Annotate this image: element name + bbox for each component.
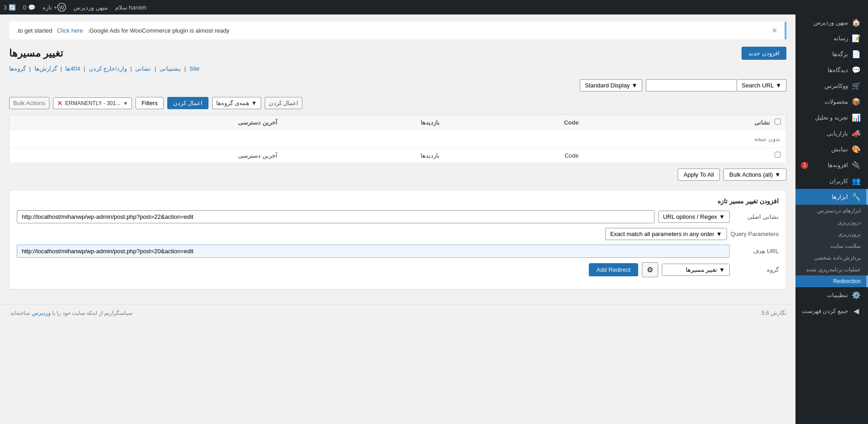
breadcrumb-options[interactable]: نشانی xyxy=(135,65,151,72)
sidebar-item-products[interactable]: 📦 محصولات xyxy=(795,94,868,110)
sidebar-item-import[interactable]: درون‌ریزی xyxy=(795,217,868,228)
products-icon: 📦 xyxy=(852,97,861,106)
target-url-label: URL هدف xyxy=(733,248,779,255)
notice-close-button[interactable]: ✕ xyxy=(771,26,777,35)
breadcrumb: پشتیبانی | نشانی | وارد/خارج کردن | 404ه… xyxy=(9,65,786,72)
query-params-label: Query Parameters xyxy=(731,231,779,237)
users-icon: 👥 xyxy=(852,177,861,185)
url-options-dropdown-button[interactable]: ▼ URL options / Regex xyxy=(658,211,730,223)
sidebar-item-users[interactable]: 👥 کاربران xyxy=(795,173,868,189)
bulk-actions-all-button[interactable]: ▼ Bulk Actions (all) xyxy=(723,169,786,181)
footer-wp-link[interactable]: وردپرس xyxy=(32,310,51,316)
filters-button[interactable]: Filters xyxy=(136,97,163,109)
filter-tag-text: ...ERMANENTLY - 301 xyxy=(65,100,121,106)
active-filter-tag: ▼ ...ERMANENTLY - 301 ✕ xyxy=(53,97,132,109)
marketing-icon: 📣 xyxy=(852,129,861,138)
chevron-down-icon-7: ▼ xyxy=(719,266,725,273)
no-result-text: بدون نتیجه xyxy=(10,130,786,148)
bulk-actions-dropdown[interactable]: Bulk Actions xyxy=(9,97,49,109)
breadcrumb-support[interactable]: پشتیبانی xyxy=(160,65,181,72)
sidebar-item-available-tools[interactable]: ابزارهای دردسترس xyxy=(795,205,868,217)
breadcrumb-site[interactable]: Site xyxy=(189,65,199,72)
search-url-dropdown-button[interactable]: ▼ Search URL xyxy=(737,79,786,92)
apply-btn[interactable]: اعمال کردن xyxy=(167,97,209,109)
svg-text:W: W xyxy=(59,5,64,11)
sidebar-item-analytics[interactable]: 📊 تجزیه و تحلیل xyxy=(795,110,868,125)
adminbar-new[interactable]: + تازه xyxy=(43,4,57,11)
query-params-dropdown-button[interactable]: ▼ Exact match all parameters in any orde… xyxy=(605,228,727,240)
apply-filters-button[interactable]: اعمال کردن xyxy=(265,97,303,109)
gear-settings-button[interactable]: ⚙ xyxy=(642,262,658,277)
row-checkbox[interactable] xyxy=(775,152,781,158)
source-url-row: نشانی اصلی ▼ URL options / Regex xyxy=(17,210,779,223)
sidebar-item-collapse[interactable]: ◀ جمع کردن فهرست xyxy=(795,303,868,319)
notice-link[interactable]: Click here xyxy=(57,27,83,34)
group-dropdown-button[interactable]: ▼ تغییر مسیرها xyxy=(662,264,730,276)
notice-suffix: to get started. xyxy=(16,27,53,34)
search-url-input[interactable] xyxy=(646,79,737,92)
sidebar-item-tools[interactable]: 🔧 ابزارها xyxy=(795,189,868,205)
chevron-down-icon: ▼ xyxy=(776,82,781,89)
admin-menu: 🏠 میهن وردپرس 📝 رسانه 📄 برگه‌ها 💬 دیدگاه… xyxy=(795,14,868,424)
add-new-button[interactable]: افزودن جدید xyxy=(742,47,786,60)
breadcrumb-groups[interactable]: گروه‌ها xyxy=(9,65,26,72)
admin-bar: hanieh سلام میهن وردپرس W + تازه 💬 0 🔄 3 xyxy=(0,0,868,14)
row-code: Code xyxy=(445,148,584,163)
plugins-icon: 🔌 xyxy=(852,161,861,169)
footer-version: نگارش 5.6 xyxy=(761,310,786,316)
breadcrumb-reports[interactable]: گزارش‌ها xyxy=(34,65,57,72)
notice-text: Google Ads for WooCommerce plugin is alm… xyxy=(87,27,229,34)
sidebar-item-redirection[interactable]: Redirection xyxy=(795,275,868,287)
row-visits: بازدیدها xyxy=(283,148,445,163)
redirects-table: نشانی Code بازدیدها آخرین دسترسی بدون نت… xyxy=(9,115,786,163)
add-redirect-section-title: افزودن تغییر مسیر تازه xyxy=(17,198,779,205)
adminbar-comments[interactable]: 💬 0 xyxy=(23,4,35,11)
target-url-row: URL هدف xyxy=(17,245,779,258)
sidebar-item-comments[interactable]: 💬 دیدگاه‌ها xyxy=(795,62,868,78)
filter-tags-row: اعمال کردن ▼ همه‌ی گروه‌ها اعمال کردن Fi… xyxy=(9,97,786,109)
sidebar-item-posts[interactable]: 📝 رسانه xyxy=(795,30,868,46)
query-params-row: Query Parameters ▼ Exact match all param… xyxy=(17,228,779,240)
adminbar-updates[interactable]: 🔄 3 xyxy=(4,4,16,11)
page-title: تغییر مسیر‌ها xyxy=(9,48,63,59)
gear-icon: ⚙ xyxy=(647,266,653,274)
home-icon: 🏠 xyxy=(852,18,861,27)
sidebar-item-scheduled-actions[interactable]: عملیات برنامه‌ریزی شده xyxy=(795,264,868,275)
bottom-actions-row: ▼ Bulk Actions (all) Apply To All xyxy=(9,169,786,181)
adminbar-username[interactable]: hanieh سلام xyxy=(115,4,147,11)
table-row: Code بازدیدها آخرین دسترسی xyxy=(10,148,786,163)
analytics-icon: 📊 xyxy=(852,113,861,122)
sidebar-item-pages[interactable]: 📄 برگه‌ها xyxy=(795,46,868,62)
filter-tag-remove-button[interactable]: ✕ xyxy=(57,100,63,107)
sidebar-item-woocommerce[interactable]: 🛒 ووکامرس xyxy=(795,78,868,94)
table-header-code: Code xyxy=(445,115,584,130)
wp-logo-icon: W xyxy=(57,3,66,12)
sidebar-item-plugins[interactable]: 🔌 افزونه‌ها 1 xyxy=(795,157,868,173)
sidebar-item-dashboard[interactable]: 🏠 میهن وردپرس xyxy=(795,14,868,30)
apply-to-all-button[interactable]: Apply To All xyxy=(678,169,720,181)
adminbar-site[interactable]: میهن وردپرس xyxy=(73,4,108,11)
plugins-badge: 1 xyxy=(801,162,808,169)
breadcrumb-404[interactable]: 404ها xyxy=(65,65,80,72)
pages-icon: 📄 xyxy=(852,50,861,58)
group-label: گروه xyxy=(733,266,779,273)
group-select-dropdown[interactable]: ▼ همه‌ی گروه‌ها xyxy=(212,97,261,109)
sidebar-item-marketing[interactable]: 📣 بازاریابی xyxy=(795,125,868,141)
add-redirect-button[interactable]: Add Redirect xyxy=(589,263,638,276)
appearance-icon: 🎨 xyxy=(852,145,861,154)
breadcrumb-import-export[interactable]: وارد/خارج کردن xyxy=(89,65,127,72)
target-url-input[interactable] xyxy=(17,245,730,258)
standard-display-dropdown-button[interactable]: ▼ Standard Display xyxy=(580,79,642,92)
select-all-checkbox[interactable] xyxy=(775,119,781,125)
sidebar-item-appearance[interactable]: 🎨 نمایش xyxy=(795,141,868,157)
sidebar-item-settings[interactable]: ⚙️ تنظیمات xyxy=(795,287,868,303)
sidebar-item-erase-data[interactable]: پردازش داده‌ شخصی xyxy=(795,252,868,264)
table-row-no-result: بدون نتیجه xyxy=(10,130,786,148)
source-url-input[interactable] xyxy=(17,210,655,223)
sidebar-item-site-health[interactable]: سلامت سایت xyxy=(795,240,868,252)
source-label: نشانی اصلی xyxy=(733,213,779,220)
page-header: افزودن جدید تغییر مسیر‌ها xyxy=(9,47,786,60)
table-header-visits: بازدیدها xyxy=(283,115,445,130)
tag-arrow-icon: ▼ xyxy=(123,101,128,106)
sidebar-item-export[interactable]: برون‌ریزی xyxy=(795,228,868,240)
